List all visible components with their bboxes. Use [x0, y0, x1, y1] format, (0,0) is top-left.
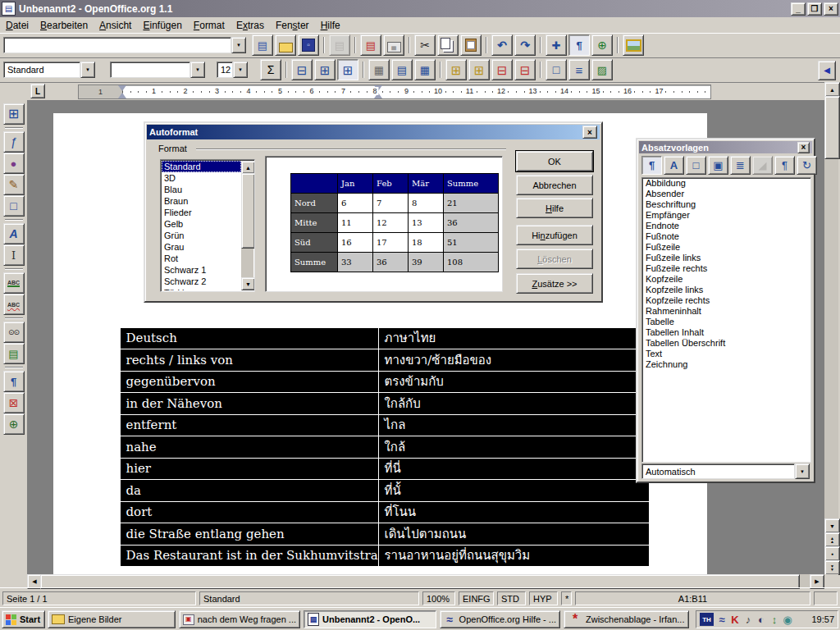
scroll-up-icon[interactable]: ▲	[824, 82, 840, 97]
status-hyperlink-mode[interactable]: HYP	[529, 591, 558, 605]
style-item-kopfzeile[interactable]: Kopfzeile	[642, 274, 810, 285]
online-layout-button[interactable]	[3, 413, 25, 435]
style-item-kopfzeile-rechts[interactable]: Kopfzeile rechts	[642, 295, 810, 306]
tray-browser-icon[interactable]	[755, 613, 768, 626]
ok-button[interactable]: OK	[516, 151, 593, 171]
table-cell-german[interactable]: gegenübervon	[120, 371, 379, 394]
scrollbar-thumb[interactable]	[241, 173, 255, 249]
style-item-fußzeile[interactable]: Fußzeile	[642, 242, 810, 253]
table-cell-german[interactable]: Das Restaurant ist in der Sukhumvitstraß…	[120, 545, 379, 568]
draw-functions-button[interactable]	[3, 174, 25, 195]
task-nach-dem-weg-fragen[interactable]: nach dem Weg fragen ...	[179, 610, 300, 628]
insert-column-button[interactable]	[468, 59, 490, 80]
format-item-blau[interactable]: Blau	[162, 184, 241, 195]
auto-spellcheck-button[interactable]	[3, 294, 25, 315]
redo-button[interactable]	[514, 34, 536, 56]
style-item-empfänger[interactable]: Empfänger	[642, 210, 810, 221]
table-cell-thai[interactable]: ตรงข้ามกับ	[378, 371, 650, 394]
style-item-abbildung[interactable]: Abbildung	[642, 178, 810, 189]
format-item-schwarz-1[interactable]: Schwarz 1	[162, 264, 241, 276]
copy-button[interactable]	[437, 34, 459, 56]
format-item-flieder[interactable]: Flieder	[162, 207, 241, 218]
status-insert-mode[interactable]: EINFG	[459, 591, 494, 605]
scroll-down-icon[interactable]: ▼	[241, 277, 255, 290]
style-item-fußnote[interactable]: Fußnote	[642, 231, 810, 242]
style-item-tabelle[interactable]: Tabelle	[642, 317, 810, 327]
table-cell-thai[interactable]: ที่นั้	[378, 479, 650, 502]
direct-cursor-button[interactable]	[3, 244, 25, 266]
frame-styles-button[interactable]	[686, 156, 706, 175]
vertical-scrollbar[interactable]: ▲ ▼ ▲ ▲ ● ▼ ▼	[824, 82, 838, 574]
hyperlink-button[interactable]	[591, 34, 613, 56]
find-replace-button[interactable]	[3, 322, 25, 343]
object-border-button[interactable]	[546, 59, 567, 80]
status-selection-mode[interactable]: STD	[497, 591, 526, 605]
tab-stop-selector[interactable]: L	[30, 84, 45, 98]
open-button[interactable]	[275, 34, 296, 56]
tray-update-icon[interactable]	[768, 613, 781, 626]
indent-marker-left[interactable]	[118, 85, 126, 98]
table-autoformat-button[interactable]	[414, 59, 436, 80]
style-filter-combobox[interactable]: Automatisch ▼	[641, 463, 810, 479]
menu-hilfe[interactable]: Hilfe	[315, 19, 346, 32]
edit-file-button[interactable]	[329, 34, 350, 56]
horizontal-ruler[interactable]: 1 1234567891011121314151617	[78, 84, 711, 99]
style-dropdown-icon[interactable]: ▼	[80, 62, 95, 78]
undo-button[interactable]	[491, 34, 513, 56]
table-cell-thai[interactable]: ที่โนน	[378, 501, 650, 524]
font-name-value[interactable]	[110, 62, 190, 78]
format-item-grau[interactable]: Grau	[162, 241, 241, 253]
optimize-table-button[interactable]	[368, 59, 390, 80]
task-eigene-bilder[interactable]: Eigene Bilder	[48, 610, 176, 628]
menu-bearbeiten[interactable]: Bearbeiten	[34, 19, 94, 32]
style-item-zeichnung[interactable]: Zeichnung	[642, 359, 810, 370]
page-styles-button[interactable]	[708, 156, 728, 175]
delete-column-button[interactable]	[514, 59, 536, 80]
hilfe-button[interactable]: Hilfe	[516, 198, 593, 218]
format-item-schwarz-2[interactable]: Schwarz 2	[162, 276, 241, 287]
graphics-on-off-button[interactable]	[3, 392, 25, 413]
paste-button[interactable]	[460, 34, 482, 56]
table-cell-german[interactable]: Deutsch	[120, 327, 379, 350]
table-cell-thai[interactable]: รานอาหานอยู่ที่ถนนสุขุมวิม	[378, 545, 650, 568]
split-cells-horizontal-button[interactable]	[314, 59, 336, 80]
scroll-down-icon[interactable]: ▼	[824, 518, 840, 533]
data-sources-button[interactable]	[3, 343, 25, 364]
cut-button[interactable]	[414, 34, 436, 56]
new-document-button[interactable]	[252, 34, 273, 56]
format-item-grün[interactable]: Grün	[162, 230, 241, 241]
keyboard-layout-indicator[interactable]: TH	[700, 613, 714, 626]
sum-button[interactable]	[260, 59, 281, 80]
task-zwischenablage-irfan[interactable]: Zwischenablage - Irfan...	[564, 610, 689, 628]
paragraph-style-value[interactable]: Standard	[3, 62, 80, 78]
menu-format[interactable]: Format	[188, 19, 231, 32]
background-color-button[interactable]	[591, 59, 613, 80]
table-cell-thai[interactable]: ภาษาไทย	[378, 327, 650, 350]
vscroll-thumb[interactable]	[824, 96, 840, 159]
format-item-gelb[interactable]: Gelb	[162, 218, 241, 230]
hinzufuegen-button[interactable]: Hinzufügen	[516, 225, 593, 245]
table-cell-german[interactable]: entfernt	[120, 414, 379, 437]
menu-extras[interactable]: Extras	[231, 19, 270, 32]
stylist-button[interactable]	[568, 34, 590, 56]
table-cell-thai[interactable]: ที่นี่	[378, 458, 650, 481]
tray-virus-scanner-icon[interactable]	[728, 613, 742, 626]
table-cell-german[interactable]: die Straße entlang gehen	[120, 523, 379, 546]
delete-row-button[interactable]	[491, 59, 513, 80]
filter-dropdown-icon[interactable]: ▼	[795, 463, 810, 479]
table-cell-german[interactable]: rechts / links von	[120, 349, 379, 372]
insert-frame-button[interactable]	[3, 195, 25, 217]
character-styles-button[interactable]	[664, 156, 684, 175]
minimize-button[interactable]: _	[791, 2, 806, 16]
task-openoffice-org-hilfe[interactable]: OpenOffice.org Hilfe - ...	[440, 610, 560, 628]
nonprinting-characters-button[interactable]	[3, 371, 25, 392]
numbering-styles-button[interactable]	[730, 156, 751, 175]
autoformat-title-bar[interactable]: Autoformat ×	[147, 125, 600, 139]
style-item-fußzeile-links[interactable]: Fußzeile links	[642, 253, 810, 263]
table-cell-thai[interactable]: ใกล้	[378, 436, 650, 459]
menu-einfügen[interactable]: Einfügen	[137, 19, 187, 32]
style-item-tabellen-überschrift[interactable]: Tabellen Überschrift	[642, 338, 810, 349]
border-style-button[interactable]	[568, 59, 590, 80]
toolbar-overflow-button[interactable]	[818, 61, 836, 80]
url-combobox[interactable]: ▼	[3, 37, 246, 53]
